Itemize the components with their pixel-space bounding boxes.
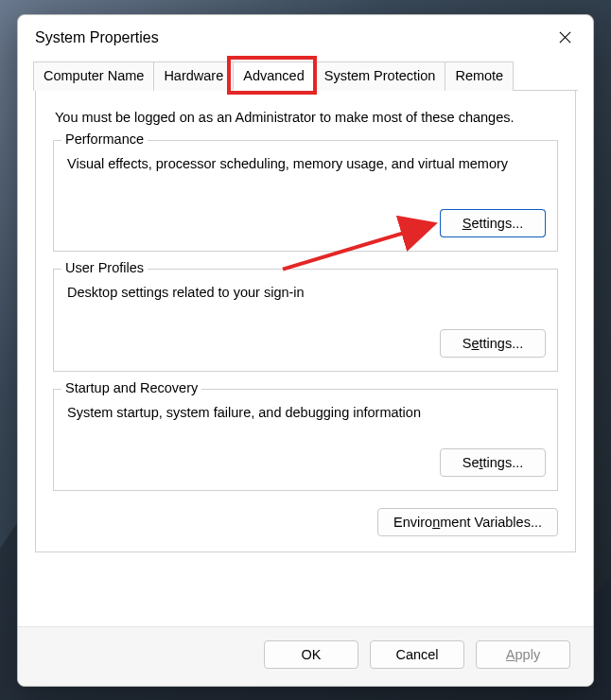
group-desc-user-profiles: Desktop settings related to your sign-in <box>65 279 546 303</box>
tab-computer-name[interactable]: Computer Name <box>33 61 154 91</box>
settings-button-startup[interactable]: Settings... <box>440 448 546 477</box>
tab-system-protection[interactable]: System Protection <box>314 61 446 91</box>
system-properties-dialog: System Properties Computer Name Hardware… <box>17 14 594 687</box>
btn-accel: e <box>471 336 479 351</box>
group-desc-startup: System startup, system failure, and debu… <box>65 399 546 423</box>
close-button[interactable] <box>551 25 578 51</box>
btn-text: ettings... <box>471 216 523 231</box>
btn-text: Enviro <box>393 515 432 530</box>
group-title-startup: Startup and Recovery <box>61 380 201 395</box>
window-title: System Properties <box>35 29 159 46</box>
btn-text: S <box>463 336 472 351</box>
group-title-user-profiles: User Profiles <box>61 260 148 275</box>
cancel-button[interactable]: Cancel <box>370 640 464 669</box>
environment-variables-button[interactable]: Environment Variables... <box>377 508 558 536</box>
btn-text: ment Variables... <box>440 515 542 530</box>
tab-remote[interactable]: Remote <box>445 61 514 91</box>
panel-advanced: You must be logged on as an Administrato… <box>35 91 576 553</box>
ok-button[interactable]: OK <box>264 640 358 669</box>
tab-advanced[interactable]: Advanced <box>233 61 315 91</box>
settings-button-performance[interactable]: Settings... <box>440 209 546 237</box>
close-icon <box>558 30 572 44</box>
btn-accel: A <box>506 647 515 662</box>
group-desc-performance: Visual effects, processor scheduling, me… <box>65 150 546 174</box>
group-title-performance: Performance <box>61 131 148 147</box>
group-user-profiles: User Profiles Desktop settings related t… <box>53 269 558 372</box>
btn-text: ttings... <box>480 336 524 351</box>
settings-button-user-profiles[interactable]: Settings... <box>440 329 546 358</box>
btn-text: Se <box>463 455 480 470</box>
tab-hardware[interactable]: Hardware <box>153 61 234 91</box>
dialog-footer: OK Cancel Apply <box>18 626 593 686</box>
btn-accel: S <box>463 216 472 231</box>
btn-text: tings... <box>483 455 524 470</box>
group-startup-recovery: Startup and Recovery System startup, sys… <box>53 389 558 492</box>
content-area: Computer Name Hardware Advanced System P… <box>18 61 593 626</box>
tab-strip: Computer Name Hardware Advanced System P… <box>33 61 578 91</box>
titlebar: System Properties <box>18 15 593 61</box>
btn-text: pply <box>515 647 541 662</box>
apply-button[interactable]: Apply <box>476 640 570 669</box>
group-performance: Performance Visual effects, processor sc… <box>53 140 558 253</box>
